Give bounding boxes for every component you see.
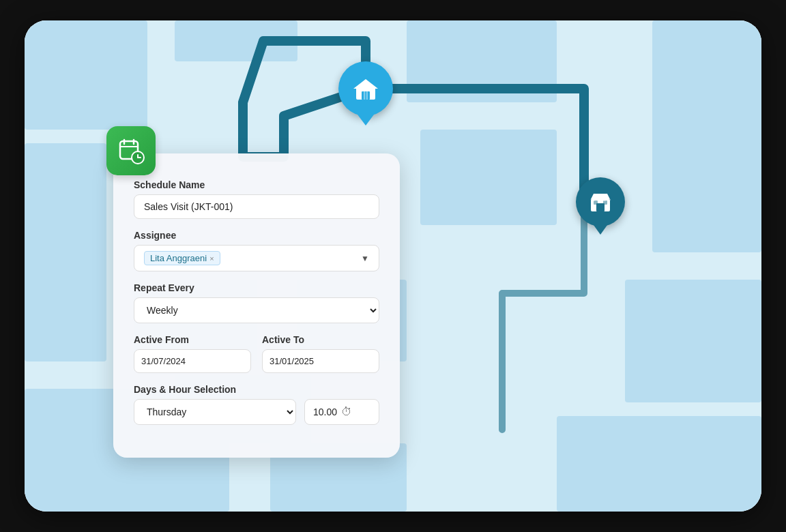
svg-rect-7 bbox=[594, 201, 598, 205]
repeat-select[interactable]: Weekly Daily Monthly bbox=[134, 297, 379, 323]
chevron-down-icon: ▼ bbox=[361, 254, 369, 263]
map-block bbox=[407, 20, 557, 102]
schedule-name-group: Schedule Name bbox=[134, 179, 379, 219]
days-hour-group: Days & Hour Selection Thursday Monday Tu… bbox=[134, 384, 379, 425]
active-from-label: Active From bbox=[134, 334, 251, 345]
calendar-clock-icon bbox=[117, 137, 145, 164]
store-pin bbox=[576, 177, 625, 226]
form-body: Schedule Name Assignee Lita Anggraeni × … bbox=[134, 179, 379, 425]
schedule-name-input[interactable] bbox=[134, 194, 379, 219]
warehouse-pin bbox=[338, 61, 393, 116]
map-block bbox=[420, 130, 557, 225]
map-block bbox=[175, 20, 297, 61]
warehouse-icon bbox=[352, 75, 379, 102]
svg-rect-8 bbox=[603, 201, 607, 205]
active-from-group: Active From bbox=[134, 334, 251, 373]
map-background: Schedule Name Assignee Lita Anggraeni × … bbox=[25, 20, 761, 512]
assignee-label: Assignee bbox=[134, 230, 379, 241]
time-value: 10.00 bbox=[313, 407, 337, 417]
assignee-tag: Lita Anggraeni × bbox=[144, 251, 220, 265]
active-to-group: Active To bbox=[262, 334, 379, 373]
active-from-input[interactable] bbox=[134, 349, 251, 373]
device-frame: Schedule Name Assignee Lita Anggraeni × … bbox=[25, 20, 761, 512]
schedule-icon-badge bbox=[106, 126, 156, 175]
days-row: Thursday Monday Tuesday Wednesday Friday… bbox=[134, 399, 379, 425]
map-block bbox=[25, 20, 147, 130]
store-icon bbox=[588, 190, 613, 214]
map-block bbox=[652, 143, 761, 252]
day-select[interactable]: Thursday Monday Tuesday Wednesday Friday… bbox=[134, 399, 296, 425]
active-to-input[interactable] bbox=[262, 349, 379, 373]
days-hour-label: Days & Hour Selection bbox=[134, 384, 379, 395]
repeat-label: Repeat Every bbox=[134, 282, 379, 293]
date-range-group: Active From Active To bbox=[134, 334, 379, 373]
svg-rect-6 bbox=[596, 203, 605, 211]
map-block bbox=[557, 416, 761, 512]
svg-marker-1 bbox=[353, 79, 378, 89]
map-block bbox=[25, 225, 106, 361]
map-block bbox=[652, 89, 727, 143]
assignee-remove[interactable]: × bbox=[209, 254, 214, 263]
assignee-select[interactable]: Lita Anggraeni × ▼ bbox=[134, 245, 379, 271]
clock-icon: ⏱ bbox=[341, 406, 352, 418]
time-input-wrap: 10.00 ⏱ bbox=[304, 399, 379, 425]
assignee-name: Lita Anggraeni bbox=[150, 253, 207, 263]
repeat-group: Repeat Every Weekly Daily Monthly bbox=[134, 282, 379, 323]
assignee-group: Assignee Lita Anggraeni × ▼ bbox=[134, 230, 379, 271]
schedule-name-label: Schedule Name bbox=[134, 179, 379, 190]
map-block bbox=[625, 280, 761, 402]
schedule-form-card: Schedule Name Assignee Lita Anggraeni × … bbox=[113, 153, 400, 458]
active-to-label: Active To bbox=[262, 334, 379, 345]
